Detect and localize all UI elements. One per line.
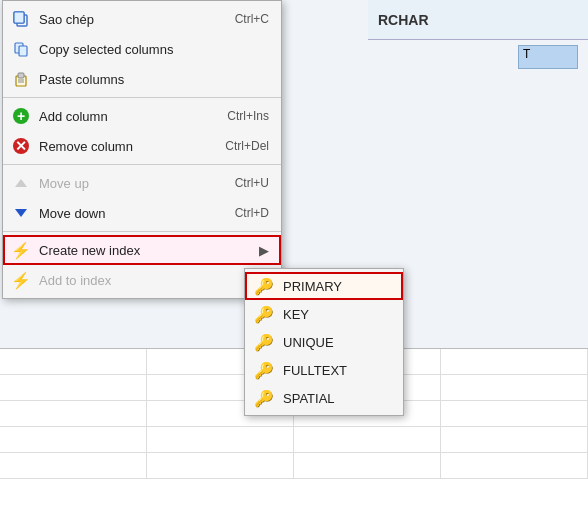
- key-green-icon: 🔑: [253, 305, 275, 323]
- grid-cell: [441, 427, 588, 452]
- add-index-label: Add to index: [39, 273, 269, 288]
- fulltext-label: FULLTEXT: [283, 363, 347, 378]
- grid-cell: [147, 453, 294, 478]
- svg-rect-4: [19, 46, 27, 56]
- svg-rect-6: [18, 73, 24, 78]
- grid-cell: [294, 453, 441, 478]
- remove-icon: ✕: [11, 136, 31, 156]
- key-blue2-icon: 🔑: [253, 389, 275, 407]
- rchar-label: RCHAR: [378, 12, 429, 28]
- move-down-icon: [11, 203, 31, 223]
- divider-3: [3, 231, 281, 232]
- grid-row: [0, 427, 588, 453]
- add-col-shortcut: Ctrl+Ins: [227, 109, 269, 123]
- grid-cell: [441, 349, 588, 374]
- move-up-icon: [11, 173, 31, 193]
- submenu-item-unique[interactable]: 🔑 UNIQUE: [245, 328, 403, 356]
- copy-cols-label: Copy selected columns: [39, 42, 269, 57]
- paste-cols-label: Paste columns: [39, 72, 269, 87]
- submenu-item-key[interactable]: 🔑 KEY: [245, 300, 403, 328]
- primary-label: PRIMARY: [283, 279, 342, 294]
- key-blue-icon: 🔑: [253, 361, 275, 379]
- move-down-shortcut: Ctrl+D: [235, 206, 269, 220]
- remove-col-shortcut: Ctrl+Del: [225, 139, 269, 153]
- copy-icon: [11, 9, 31, 29]
- copy-label: Sao chép: [39, 12, 215, 27]
- grid-cell: [147, 427, 294, 452]
- move-up-shortcut: Ctrl+U: [235, 176, 269, 190]
- grid-cell: [0, 401, 147, 426]
- key-red-icon: 🔑: [253, 333, 275, 351]
- grid-cell: [294, 427, 441, 452]
- grid-cell: [0, 427, 147, 452]
- unique-label: UNIQUE: [283, 335, 334, 350]
- menu-item-add-index[interactable]: ⚡ Add to index: [3, 265, 281, 295]
- submenu-item-fulltext[interactable]: 🔑 FULLTEXT: [245, 356, 403, 384]
- add-icon: +: [11, 106, 31, 126]
- move-up-label: Move up: [39, 176, 215, 191]
- grid-cell: [0, 453, 147, 478]
- bolt-gray-icon: ⚡: [11, 270, 31, 290]
- menu-item-move-up[interactable]: Move up Ctrl+U: [3, 168, 281, 198]
- grid-cell: [0, 349, 147, 374]
- remove-col-label: Remove column: [39, 139, 205, 154]
- submenu: 🔑 PRIMARY 🔑 KEY 🔑 UNIQUE 🔑 FULLTEXT 🔑 SP…: [244, 268, 404, 416]
- grid-cell: [441, 453, 588, 478]
- spatial-label: SPATIAL: [283, 391, 335, 406]
- grid-cell: [441, 401, 588, 426]
- copy-shortcut: Ctrl+C: [235, 12, 269, 26]
- top-bar: RCHAR: [368, 0, 588, 40]
- add-col-label: Add column: [39, 109, 207, 124]
- divider-2: [3, 164, 281, 165]
- menu-item-paste-cols[interactable]: Paste columns: [3, 64, 281, 94]
- bolt-purple-icon: ⚡: [11, 240, 31, 260]
- menu-item-move-down[interactable]: Move down Ctrl+D: [3, 198, 281, 228]
- move-down-label: Move down: [39, 206, 215, 221]
- context-menu: Sao chép Ctrl+C Copy selected columns Pa…: [2, 0, 282, 299]
- key-label: KEY: [283, 307, 309, 322]
- add-circle-icon: +: [13, 108, 29, 124]
- create-index-label: Create new index: [39, 243, 251, 258]
- menu-item-add-col[interactable]: + Add column Ctrl+Ins: [3, 101, 281, 131]
- blue-cell: T: [518, 45, 578, 69]
- submenu-arrow: ▶: [259, 243, 269, 258]
- key-yellow-icon: 🔑: [253, 277, 275, 295]
- menu-item-copy[interactable]: Sao chép Ctrl+C: [3, 4, 281, 34]
- submenu-item-spatial[interactable]: 🔑 SPATIAL: [245, 384, 403, 412]
- grid-row: [0, 453, 588, 479]
- svg-rect-2: [14, 12, 24, 23]
- divider-1: [3, 97, 281, 98]
- menu-item-copy-cols[interactable]: Copy selected columns: [3, 34, 281, 64]
- type-label: T: [519, 45, 534, 63]
- remove-circle-icon: ✕: [13, 138, 29, 154]
- grid-cell: [0, 375, 147, 400]
- submenu-item-primary[interactable]: 🔑 PRIMARY: [245, 272, 403, 300]
- paste-icon: [11, 69, 31, 89]
- menu-item-create-index[interactable]: ⚡ Create new index ▶: [3, 235, 281, 265]
- menu-item-remove-col[interactable]: ✕ Remove column Ctrl+Del: [3, 131, 281, 161]
- grid-cell: [441, 375, 588, 400]
- copy-cols-icon: [11, 39, 31, 59]
